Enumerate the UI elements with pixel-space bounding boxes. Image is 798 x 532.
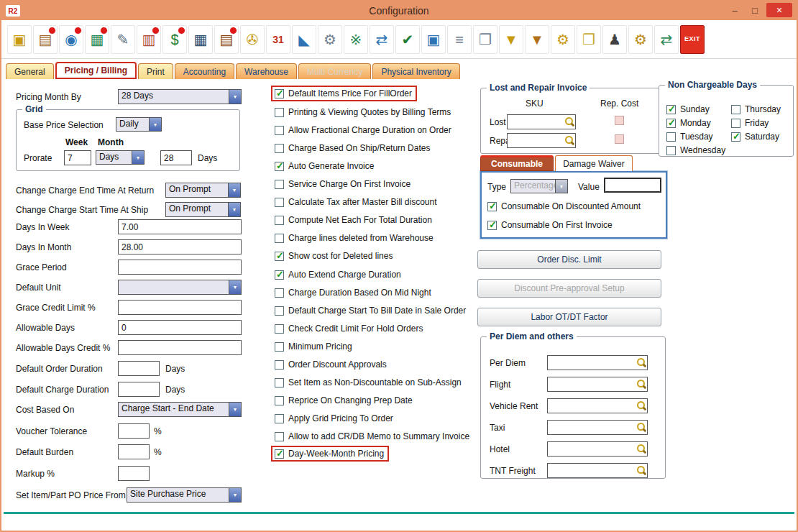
check-friday[interactable]: Friday: [731, 116, 769, 129]
checkbox-icon[interactable]: [275, 414, 284, 423]
invoice-icon[interactable]: ▥: [137, 25, 161, 54]
checkbox-icon[interactable]: [275, 432, 284, 441]
pricing-month-by-select[interactable]: 28 Days: [118, 89, 242, 104]
prorate-month-unit-select[interactable]: Days: [96, 150, 145, 165]
search-icon[interactable]: [636, 400, 647, 412]
check-day-week-month-pricing[interactable]: Day-Week-Month Pricing: [271, 446, 389, 462]
checkbox-icon[interactable]: [275, 216, 284, 225]
filter-icon[interactable]: ▼: [499, 25, 523, 54]
checkbox-icon[interactable]: [275, 270, 284, 280]
person-icon[interactable]: ♟: [602, 25, 627, 54]
check-reprice-on-changing-prep-date[interactable]: Reprice On Changing Prep Date: [275, 394, 413, 407]
check-default-charge-start-bill-date[interactable]: Default Charge Start To Bill Date in Sal…: [275, 304, 466, 317]
monitor-icon[interactable]: ▣: [421, 25, 446, 54]
filter-export-icon[interactable]: ▼: [525, 25, 549, 54]
check-show-cost-deleted-lines[interactable]: Show cost for Deleted lines: [275, 249, 393, 262]
currency-icon[interactable]: $: [162, 25, 187, 54]
charge-start-select[interactable]: On Prompt: [165, 202, 241, 217]
checkbox-icon[interactable]: [275, 108, 284, 117]
check-charge-based-on-ship-return[interactable]: Charge Based On Ship/Return Dates: [275, 142, 430, 155]
search-icon[interactable]: [636, 443, 647, 455]
check-printing-viewing-quotes[interactable]: Printing & Viewing Quotes by Billing Ter…: [275, 106, 451, 119]
search-icon[interactable]: [636, 464, 647, 477]
hotel-field[interactable]: [547, 441, 648, 457]
prorate-week-input[interactable]: [64, 150, 91, 165]
check-charge-lines-deleted[interactable]: Charge lines deleted from Warehouse: [275, 231, 434, 244]
charge-end-select[interactable]: On Prompt: [165, 183, 241, 198]
tab-warehouse[interactable]: Warehouse: [236, 63, 297, 79]
tab-accounting[interactable]: Accounting: [175, 63, 234, 79]
check-order-discount-approvals[interactable]: Order Discount Approvals: [275, 358, 387, 371]
check-monday[interactable]: Monday: [666, 116, 711, 129]
checkbox-icon[interactable]: [275, 180, 284, 189]
search-icon[interactable]: [564, 116, 575, 128]
checkbox-icon[interactable]: [666, 146, 676, 155]
tab-pricing-billing[interactable]: Pricing / Billing: [55, 62, 137, 79]
exit-icon[interactable]: EXIT: [680, 25, 705, 54]
chevron-down-icon[interactable]: [229, 90, 241, 104]
check-set-item-non-discountable[interactable]: Set Item as Non-Discountable on Sub-Assi…: [275, 376, 462, 389]
default-charge-duration-input[interactable]: [118, 382, 160, 397]
tab-print[interactable]: Print: [138, 63, 173, 79]
checkbox-icon[interactable]: [275, 342, 284, 352]
check-compute-net-each[interactable]: Compute Net Each For Total Duration: [275, 214, 432, 226]
tab-physical-inventory[interactable]: Physical Inventory: [372, 63, 459, 79]
chevron-down-icon[interactable]: [229, 488, 241, 502]
check-consumable-on-first-invoice[interactable]: Consumable On First Invoice: [487, 219, 613, 231]
days-in-week-input[interactable]: [118, 219, 242, 234]
taxi-input[interactable]: [548, 423, 636, 433]
vehicle-rent-field[interactable]: [547, 398, 648, 413]
checkbox-icon[interactable]: [275, 198, 284, 207]
ledger-icon[interactable]: ▤: [33, 25, 58, 54]
check-auto-extend-charge-duration[interactable]: Auto Extend Charge Duration: [275, 268, 401, 281]
document-icon[interactable]: ≡: [447, 25, 472, 54]
checkbox-icon[interactable]: [666, 132, 676, 142]
per-diem-field[interactable]: [547, 355, 648, 370]
default-order-duration-input[interactable]: [118, 361, 160, 376]
check-wednesday[interactable]: Wednesday: [666, 144, 725, 157]
checkbox-icon[interactable]: [275, 89, 284, 98]
checkbox-icon[interactable]: [731, 119, 740, 128]
register-icon[interactable]: ▦: [85, 25, 109, 54]
checkbox-icon[interactable]: [731, 105, 740, 114]
check-consumable-on-discounted-amount[interactable]: Consumable On Discounted Amount: [487, 200, 641, 213]
search-icon[interactable]: [636, 357, 647, 369]
notebook-icon[interactable]: ▤: [214, 25, 239, 54]
value-input[interactable]: [604, 178, 661, 193]
checkbox-icon[interactable]: [666, 119, 676, 128]
repair-rep-cost-checkbox[interactable]: [615, 134, 624, 144]
check-calculate-tax-after-master-bill[interactable]: Calculate Tax after Master Bill discount: [275, 196, 437, 208]
allowable-days-credit-input[interactable]: [118, 340, 242, 355]
checkbox-icon[interactable]: [275, 126, 284, 135]
flight-input[interactable]: [548, 380, 636, 390]
chevron-down-icon[interactable]: [228, 203, 240, 216]
check-service-charge-first-invoice[interactable]: Service Charge On First Invoice: [275, 178, 411, 191]
minimize-button[interactable]: –: [726, 3, 743, 17]
sync-shield-icon[interactable]: ⇄: [370, 25, 394, 54]
tab-general[interactable]: General: [6, 63, 54, 79]
gear-alert-icon[interactable]: ⚙: [551, 25, 575, 54]
checkbox-icon[interactable]: [731, 132, 740, 142]
check-apply-grid-pricing[interactable]: Apply Grid Pricing To Order: [275, 412, 393, 425]
close-button[interactable]: ×: [766, 3, 792, 17]
days-in-month-input[interactable]: [118, 239, 242, 254]
spheres-icon[interactable]: ※: [344, 25, 368, 54]
note-clip-icon[interactable]: ❐: [577, 25, 601, 54]
search-icon[interactable]: [564, 134, 575, 147]
chevron-down-icon[interactable]: [132, 151, 144, 164]
checkbox-icon[interactable]: [275, 324, 284, 334]
lost-sku-field[interactable]: [507, 114, 576, 129]
lost-rep-cost-checkbox[interactable]: [615, 116, 624, 125]
voucher-tolerance-input[interactable]: [118, 423, 150, 439]
checkbox-icon[interactable]: [275, 396, 284, 405]
attachment-icon[interactable]: ✇: [240, 25, 265, 54]
checkbox-icon[interactable]: [275, 252, 284, 261]
check-allow-crdb-memo[interactable]: Allow to add CR/DB Memo to Summary Invoi…: [275, 430, 469, 443]
check-default-items-price-for-fillorder[interactable]: Default Items Price For FillOrder: [271, 86, 417, 101]
allowable-days-input[interactable]: [118, 320, 242, 335]
check-tuesday[interactable]: Tuesday: [666, 130, 713, 143]
check-saturday[interactable]: Saturday: [731, 130, 779, 143]
checkbox-icon[interactable]: [275, 378, 284, 387]
grace-credit-limit-input[interactable]: [118, 300, 242, 315]
transfer-icon[interactable]: ⇄: [654, 25, 679, 54]
